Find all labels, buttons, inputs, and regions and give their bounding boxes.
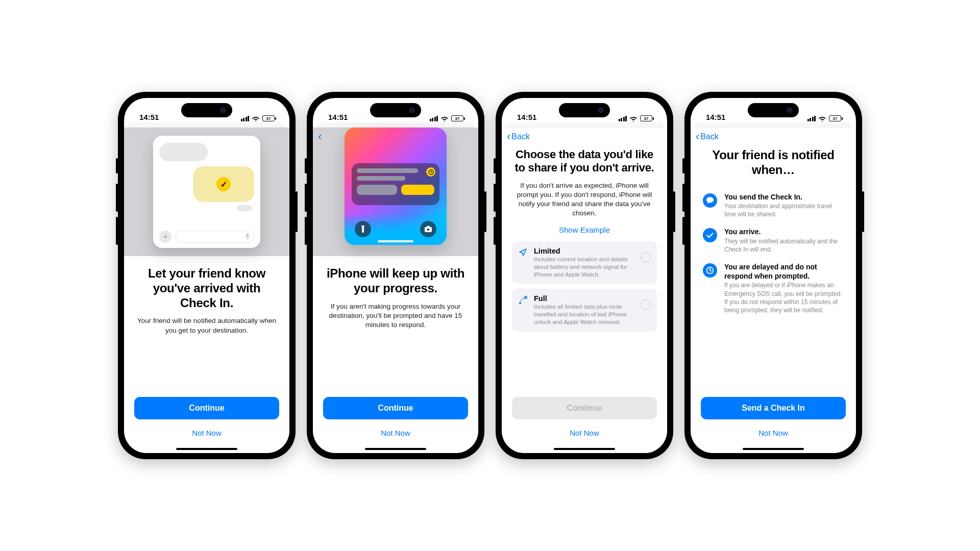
not-now-button[interactable]: Not Now [701, 422, 846, 443]
page-subtitle: If you aren't making progress towards yo… [326, 302, 465, 330]
incoming-tail-placeholder [237, 205, 252, 211]
battery-icon: 37 [451, 115, 465, 121]
wifi-icon [252, 115, 260, 121]
page-title: iPhone will keep up with your progress. [323, 266, 468, 296]
battery-icon: 37 [829, 115, 843, 121]
battery-icon: 37 [640, 115, 654, 121]
location-arrow-icon [518, 247, 528, 257]
list-item: You are delayed and do not respond when … [701, 263, 846, 314]
continue-button[interactable]: Continue [323, 397, 468, 419]
chevron-left-icon: ‹ [318, 131, 322, 142]
wifi-icon [629, 115, 638, 121]
mic-icon [245, 233, 250, 240]
wifi-icon [440, 115, 449, 121]
continue-button-disabled: Continue [512, 397, 657, 419]
item-title: You are delayed and do not respond when … [724, 263, 844, 281]
option-title: Full [534, 294, 635, 303]
message-input-placeholder [176, 231, 254, 243]
route-icon [518, 295, 528, 305]
svg-rect-0 [247, 233, 249, 237]
phone-4: 14:51 37 ‹ Back Your friend is notified … [684, 92, 862, 459]
not-now-button[interactable]: Not Now [134, 422, 279, 443]
dynamic-island [748, 103, 799, 117]
svg-point-4 [427, 229, 430, 231]
item-desc: They will be notified automatically and … [724, 237, 844, 254]
page-title: Let your friend know you've arrived with… [134, 266, 279, 310]
sheet-handle [694, 122, 853, 128]
status-time: 14:51 [706, 113, 725, 121]
sheet-handle [316, 122, 475, 128]
hero-illustration: ‹ [313, 128, 478, 256]
home-indicator[interactable] [743, 448, 804, 450]
item-title: You send the Check In. [724, 193, 844, 202]
item-desc: If you are delayed or if iPhone makes an… [724, 281, 844, 314]
page-title: Your friend is notified when… [701, 148, 846, 178]
cellular-icon [430, 116, 438, 121]
not-now-button[interactable]: Not Now [512, 422, 657, 443]
checkmark-icon [703, 228, 717, 242]
list-item: You send the Check In. Your destination … [701, 193, 846, 219]
back-button[interactable]: ‹ Back [691, 128, 856, 146]
chevron-left-icon: ‹ [507, 131, 510, 142]
option-title: Limited [534, 247, 635, 255]
status-time: 14:51 [328, 113, 348, 121]
radio-unchecked-icon[interactable] [641, 252, 651, 262]
back-label: Back [511, 132, 530, 141]
clock-icon [703, 263, 717, 278]
page-subtitle: Your friend will be notified automatical… [137, 316, 276, 335]
item-title: You arrive. [724, 228, 844, 237]
continue-button[interactable]: Continue [134, 397, 279, 419]
item-desc: Your destination and approximate travel … [724, 202, 844, 218]
sheet-handle [127, 122, 286, 128]
phone-2: 14:51 37 ‹ [307, 92, 484, 459]
page-title: Choose the data you'd like to share if y… [512, 148, 657, 175]
status-time: 14:51 [139, 113, 159, 121]
home-indicator[interactable] [554, 448, 615, 450]
option-desc: Includes all limited data plus route tra… [534, 303, 635, 326]
svg-rect-5 [427, 226, 430, 228]
battery-icon: 37 [262, 115, 276, 121]
status-time: 14:51 [517, 113, 536, 121]
flashlight-icon [355, 221, 371, 237]
chevron-left-icon: ‹ [696, 131, 699, 142]
show-example-link[interactable]: Show Example [512, 226, 657, 234]
page-subtitle: If you don't arrive as expected, iPhone … [515, 181, 654, 218]
cellular-icon [807, 116, 816, 121]
wifi-icon [818, 115, 826, 121]
send-checkin-button[interactable]: Send a Check In [701, 397, 846, 419]
home-indicator[interactable] [176, 448, 237, 450]
not-now-button[interactable]: Not Now [323, 422, 468, 443]
phone-1: 14:51 37 ✓ ＋ [118, 92, 296, 459]
dynamic-island [181, 103, 232, 117]
chat-bubble-icon [703, 193, 717, 208]
incoming-bubble-placeholder [159, 143, 208, 161]
option-limited[interactable]: Limited Includes current location and de… [512, 241, 657, 284]
back-button[interactable]: ‹ Back [502, 128, 667, 146]
option-full[interactable]: Full Includes all limited data plus rout… [512, 289, 657, 332]
back-button[interactable]: ‹ [313, 128, 328, 146]
home-indicator[interactable] [365, 448, 426, 450]
back-label: Back [700, 132, 719, 141]
camera-icon [420, 221, 436, 237]
cellular-icon [241, 116, 250, 121]
dynamic-island [559, 103, 610, 117]
list-item: You arrive. They will be notified automa… [701, 228, 846, 254]
phone-3: 14:51 37 ‹ Back Choose the data you'd li… [496, 92, 673, 459]
sheet-handle [505, 122, 664, 128]
cellular-icon [619, 116, 627, 121]
clock-badge-icon [426, 167, 435, 177]
check-badge-icon: ✓ [216, 177, 231, 191]
option-desc: Includes current location and details ab… [534, 256, 635, 279]
radio-unchecked-icon[interactable] [641, 299, 651, 310]
plus-icon: ＋ [159, 231, 172, 243]
checkin-bubble: ✓ [193, 166, 254, 202]
dynamic-island [370, 103, 421, 117]
hero-illustration: ✓ ＋ [124, 128, 289, 256]
